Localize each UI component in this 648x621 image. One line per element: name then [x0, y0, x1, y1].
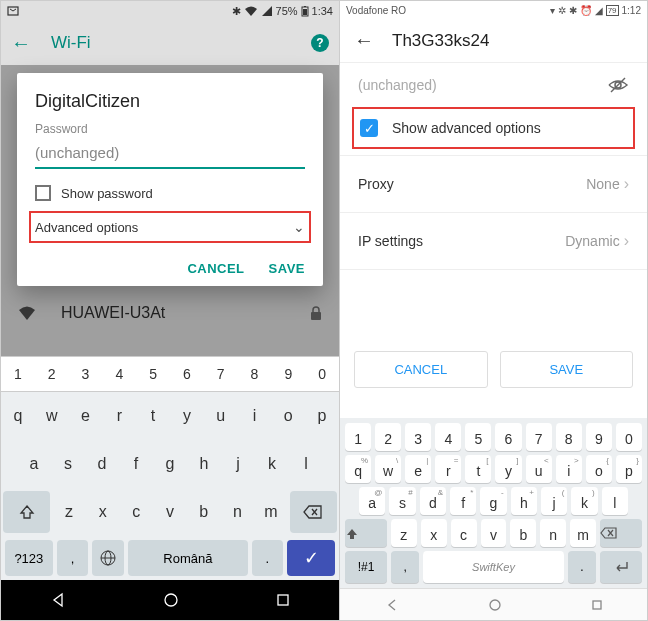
keyboard[interactable]: 1234567890 qwertyuiop asdfghjkl zxcvbnm …: [1, 356, 339, 580]
key-6[interactable]: 6: [495, 423, 521, 451]
symbols-key[interactable]: ?123: [5, 540, 53, 576]
key-e[interactable]: e: [70, 395, 102, 437]
key-6[interactable]: 6: [170, 357, 204, 391]
key-w[interactable]: w: [36, 395, 68, 437]
key-3[interactable]: 3: [405, 423, 431, 451]
nav-back-icon[interactable]: [385, 598, 399, 612]
password-input[interactable]: [35, 140, 305, 169]
key-1[interactable]: 1: [1, 357, 35, 391]
enter-key[interactable]: ✓: [287, 540, 335, 576]
advanced-options-row[interactable]: ✓ Show advanced options: [352, 107, 635, 149]
nav-recent-icon[interactable]: [591, 599, 603, 611]
checkbox-icon[interactable]: [35, 185, 51, 201]
key-p[interactable]: p: [306, 395, 338, 437]
period-key[interactable]: .: [252, 540, 284, 576]
key-o[interactable]: o{: [586, 455, 612, 483]
key-m[interactable]: m: [255, 491, 287, 533]
key-a[interactable]: a: [18, 443, 50, 485]
key-r[interactable]: r: [103, 395, 135, 437]
save-button[interactable]: SAVE: [500, 351, 634, 388]
key-u[interactable]: u<: [526, 455, 552, 483]
key-s[interactable]: s: [52, 443, 84, 485]
nav-back-icon[interactable]: [50, 592, 66, 608]
nav-home-icon[interactable]: [163, 592, 179, 608]
key-5[interactable]: 5: [465, 423, 491, 451]
key-y[interactable]: y]: [495, 455, 521, 483]
key-x[interactable]: x: [421, 519, 447, 547]
cancel-button[interactable]: CANCEL: [187, 261, 244, 276]
key-x[interactable]: x: [87, 491, 119, 533]
key-p[interactable]: p}: [616, 455, 642, 483]
key-g[interactable]: g: [154, 443, 186, 485]
key-n[interactable]: n: [540, 519, 566, 547]
key-b[interactable]: b: [510, 519, 536, 547]
key-2[interactable]: 2: [375, 423, 401, 451]
key-v[interactable]: v: [481, 519, 507, 547]
eye-off-icon[interactable]: [607, 76, 629, 94]
cancel-button[interactable]: CANCEL: [354, 351, 488, 388]
globe-icon[interactable]: [92, 540, 124, 576]
key-5[interactable]: 5: [136, 357, 170, 391]
show-password-row[interactable]: Show password: [35, 185, 305, 201]
key-k[interactable]: k): [571, 487, 597, 515]
key-i[interactable]: i>: [556, 455, 582, 483]
key-7[interactable]: 7: [204, 357, 238, 391]
key-v[interactable]: v: [154, 491, 186, 533]
key-i[interactable]: i: [239, 395, 271, 437]
key-w[interactable]: w\: [375, 455, 401, 483]
keyboard[interactable]: 1234567890 q%w\e|r=t[y]u<i>o{p} a@s#d&f*…: [340, 418, 647, 588]
key-m[interactable]: m: [570, 519, 596, 547]
ip-settings-row[interactable]: IP settings Dynamic ›: [358, 219, 629, 263]
key-e[interactable]: e|: [405, 455, 431, 483]
key-j[interactable]: j(: [541, 487, 567, 515]
key-y[interactable]: y: [171, 395, 203, 437]
key-0[interactable]: 0: [616, 423, 642, 451]
key-u[interactable]: u: [205, 395, 237, 437]
key-3[interactable]: 3: [69, 357, 103, 391]
key-h[interactable]: h: [188, 443, 220, 485]
proxy-row[interactable]: Proxy None ›: [358, 162, 629, 206]
key-f[interactable]: f*: [450, 487, 476, 515]
key-s[interactable]: s#: [389, 487, 415, 515]
spacebar[interactable]: Română: [128, 540, 247, 576]
save-button[interactable]: SAVE: [269, 261, 305, 276]
shift-key[interactable]: [3, 491, 50, 533]
key-a[interactable]: a@: [359, 487, 385, 515]
key-z[interactable]: z: [391, 519, 417, 547]
spacebar[interactable]: SwiftKey: [423, 551, 564, 583]
key-t[interactable]: t[: [465, 455, 491, 483]
key-l[interactable]: l: [290, 443, 322, 485]
key-z[interactable]: z: [53, 491, 85, 533]
enter-key[interactable]: [600, 551, 642, 583]
key-7[interactable]: 7: [526, 423, 552, 451]
key-g[interactable]: g-: [480, 487, 506, 515]
key-q[interactable]: q%: [345, 455, 371, 483]
key-b[interactable]: b: [188, 491, 220, 533]
key-1[interactable]: 1: [345, 423, 371, 451]
advanced-options-row[interactable]: Advanced options ⌄: [29, 211, 311, 243]
backspace-key[interactable]: [600, 519, 642, 547]
key-d[interactable]: d&: [420, 487, 446, 515]
period-key[interactable]: .: [568, 551, 596, 583]
comma-key[interactable]: ,: [57, 540, 89, 576]
key-h[interactable]: h+: [511, 487, 537, 515]
key-9[interactable]: 9: [271, 357, 305, 391]
nav-home-icon[interactable]: [488, 598, 502, 612]
symbols-key[interactable]: !#1: [345, 551, 387, 583]
back-icon[interactable]: ←: [354, 29, 374, 52]
key-2[interactable]: 2: [35, 357, 69, 391]
checkbox-checked-icon[interactable]: ✓: [360, 119, 378, 137]
key-l[interactable]: l: [602, 487, 628, 515]
shift-key[interactable]: [345, 519, 387, 547]
backspace-key[interactable]: [290, 491, 337, 533]
key-o[interactable]: o: [272, 395, 304, 437]
key-8[interactable]: 8: [556, 423, 582, 451]
key-9[interactable]: 9: [586, 423, 612, 451]
key-8[interactable]: 8: [238, 357, 272, 391]
key-0[interactable]: 0: [305, 357, 339, 391]
back-icon[interactable]: ←: [11, 32, 31, 55]
key-r[interactable]: r=: [435, 455, 461, 483]
key-k[interactable]: k: [256, 443, 288, 485]
help-icon[interactable]: ?: [311, 34, 329, 52]
password-row[interactable]: (unchanged): [358, 63, 629, 107]
